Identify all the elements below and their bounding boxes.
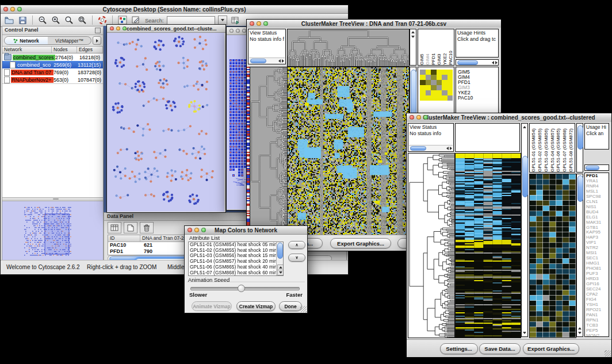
similarity-cell[interactable]: [426, 75, 431, 80]
attribute-table-icon[interactable]: [108, 222, 121, 233]
main-titlebar[interactable]: Cytoscape Desktop (Session Name: collins…: [1, 5, 348, 14]
save-data-button[interactable]: Save Data...: [479, 343, 521, 354]
similarity-cell[interactable]: [431, 75, 437, 80]
close-button[interactable]: [188, 228, 192, 232]
column-label[interactable]: GPL51-08 (GSM872): [568, 124, 575, 172]
similarity-cell[interactable]: [420, 85, 426, 90]
minimize-button[interactable]: [10, 7, 15, 12]
treeview1-titlebar[interactable]: ClusterMaker TreeView : DNA and Tran 07-…: [247, 20, 501, 28]
scrollbar-thumb[interactable]: [250, 59, 266, 63]
similarity-cell[interactable]: [437, 80, 442, 85]
similarity-cell[interactable]: [442, 95, 447, 101]
scrollbar-thumb[interactable]: [577, 175, 583, 202]
similarity-cell[interactable]: [437, 95, 442, 101]
gene-label[interactable]: MON2: [585, 334, 609, 337]
similarity-cell[interactable]: [442, 75, 447, 80]
minimize-button[interactable]: [116, 26, 120, 30]
import-table-icon[interactable]: [230, 16, 240, 25]
column-label[interactable]: GPL51-01 (GSM854): [531, 124, 537, 172]
similarity-cell[interactable]: [431, 80, 437, 85]
hscrollbar[interactable]: [409, 145, 453, 151]
similarity-cell[interactable]: [426, 80, 431, 85]
minimize-button[interactable]: [236, 29, 240, 33]
scroll-arrows[interactable]: [446, 146, 452, 150]
scrollbar-thumb[interactable]: [586, 166, 599, 170]
close-button[interactable]: [230, 29, 234, 33]
similarity-cell[interactable]: [431, 90, 437, 95]
similarity-cell[interactable]: [442, 85, 447, 90]
row-label[interactable]: PAC10: [458, 95, 498, 101]
zoom-in-icon[interactable]: [51, 16, 61, 25]
create-vizmap-button[interactable]: Create Vizmap: [236, 301, 276, 311]
network-list-row[interactable]: combined_sco2569(6)13112(15): [2, 61, 103, 68]
done-button[interactable]: Done: [279, 301, 302, 311]
arrow-down-button[interactable]: [277, 270, 284, 275]
zoom-button[interactable]: [123, 26, 127, 30]
row-dendrogram-canvas[interactable]: [408, 153, 455, 338]
column-label[interactable]: GPL51-06 (GSM865): [556, 124, 562, 172]
heatmap-canvas[interactable]: [287, 67, 410, 236]
list-vscrollbar[interactable]: [276, 242, 283, 275]
column-label[interactable]: GIM4: [425, 29, 431, 65]
similarity-cell[interactable]: [442, 90, 447, 95]
tab-vizmapper[interactable]: VizMapper™: [48, 37, 91, 44]
zoom-vscrollbar[interactable]: [576, 174, 583, 337]
column-header-network[interactable]: Network: [2, 47, 52, 53]
close-button[interactable]: [110, 26, 114, 30]
network-view-titlebar[interactable]: combined_scores_good.txt--cluste...: [107, 25, 225, 33]
network-list-row[interactable]: combined_scores2764(0)16218(0): [2, 53, 103, 61]
zoom-heatmap-canvas[interactable]: [529, 174, 576, 338]
settings-button[interactable]: Settings...: [440, 343, 478, 354]
scroll-arrows[interactable]: [278, 59, 284, 63]
similarity-cell[interactable]: [426, 90, 431, 95]
network-list-row[interactable]: RNAPuberNov2+563(0)107847(0): [2, 76, 103, 83]
network-graph-canvas[interactable]: [107, 33, 224, 212]
mini-scroll-column[interactable]: [410, 29, 416, 66]
column-header-edges[interactable]: Edges: [77, 47, 103, 53]
similarity-cell[interactable]: [426, 95, 431, 101]
zoom-button[interactable]: [201, 228, 206, 232]
help-lifering-icon[interactable]: [97, 16, 108, 25]
treeview2-titlebar[interactable]: ClusterMaker TreeView : combined_scores_…: [407, 113, 611, 122]
slider-thumb[interactable]: [238, 285, 245, 292]
similarity-cell[interactable]: [442, 80, 447, 85]
delete-attribute-trash-icon[interactable]: [140, 222, 154, 233]
open-folder-icon[interactable]: [4, 16, 14, 25]
scrollbar-thumb[interactable]: [277, 243, 283, 259]
search-input[interactable]: [167, 16, 215, 25]
similarity-cell[interactable]: [420, 80, 426, 85]
scroll-arrows[interactable]: [492, 60, 498, 64]
network-overview-canvas[interactable]: [2, 201, 103, 260]
export-graphics-button[interactable]: Export Graphics...: [523, 343, 579, 354]
similarity-cell[interactable]: [447, 90, 453, 95]
column-label[interactable]: GPL51-04 (GSM857): [550, 124, 556, 172]
heatmap-vscrollbar[interactable]: [521, 123, 528, 337]
attribute-list-item[interactable]: GPL51-07 (GSM868) heat shock 60 min: [189, 270, 283, 276]
column-header-id[interactable]: ID: [108, 235, 140, 242]
save-icon[interactable]: [17, 16, 28, 25]
scrollbar-thumb[interactable]: [410, 146, 426, 151]
scrollbar-thumb[interactable]: [457, 60, 478, 65]
dialog-titlebar[interactable]: Map Colors to Network: [185, 226, 307, 235]
similarity-cell[interactable]: [447, 85, 453, 90]
similarity-cell[interactable]: [426, 70, 431, 75]
similarity-cell[interactable]: [420, 70, 426, 75]
close-button[interactable]: [3, 7, 8, 12]
similarity-cell[interactable]: [447, 80, 453, 85]
column-label[interactable]: GPL51-07 (GSM868): [562, 124, 568, 172]
similarity-cell[interactable]: [420, 90, 426, 95]
zoom-fit-icon[interactable]: [64, 16, 74, 25]
column-label[interactable]: GIM3: [437, 29, 442, 65]
zoom-button[interactable]: [423, 115, 428, 120]
float-panel-icon[interactable]: [95, 28, 101, 33]
tab-network[interactable]: Network: [5, 37, 48, 44]
move-down-button[interactable]: ∨: [288, 254, 305, 262]
resize-grip[interactable]: [605, 350, 611, 357]
scrollbar-thumb[interactable]: [577, 125, 583, 150]
heatmap-canvas[interactable]: [455, 153, 521, 338]
usage-hints-scrollbar[interactable]: [456, 59, 499, 66]
similarity-cell[interactable]: [437, 75, 442, 80]
similarity-cell[interactable]: [420, 95, 426, 101]
similarity-matrix[interactable]: [420, 70, 453, 101]
hscrollbar[interactable]: [249, 58, 285, 63]
